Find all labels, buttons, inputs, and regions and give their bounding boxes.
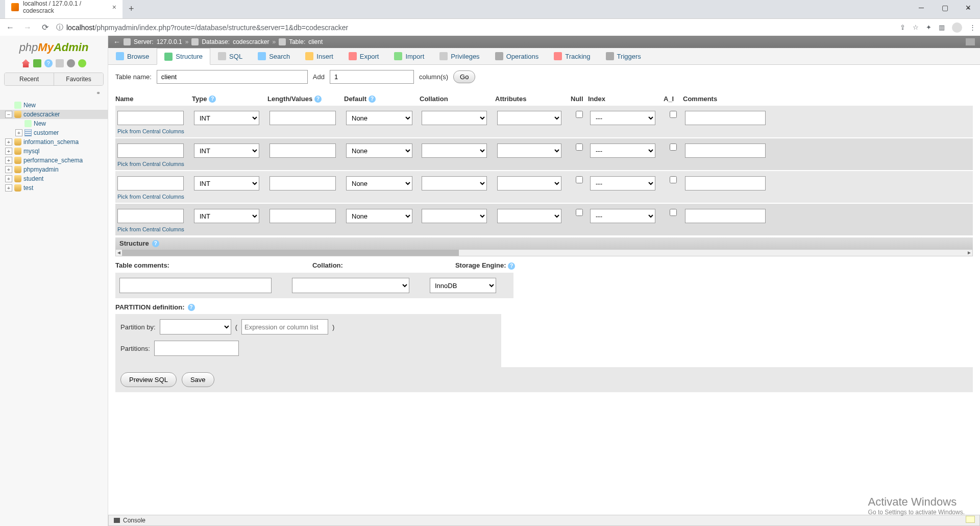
tree-new-table[interactable]: New bbox=[10, 119, 108, 128]
tree-db-mysql[interactable]: +mysql bbox=[0, 147, 108, 156]
help-icon[interactable]: ? bbox=[152, 240, 159, 247]
scroll-left-icon[interactable]: ◄ bbox=[116, 250, 122, 256]
extensions-icon[interactable]: ✦ bbox=[926, 23, 932, 31]
tree-db-information_schema[interactable]: +information_schema bbox=[0, 137, 108, 147]
column-ai-checkbox[interactable] bbox=[670, 111, 677, 118]
column-default-select[interactable]: None bbox=[346, 209, 412, 223]
go-button[interactable]: Go bbox=[453, 70, 475, 83]
column-index-select[interactable]: --- bbox=[590, 144, 655, 158]
column-default-select[interactable]: None bbox=[346, 144, 412, 158]
help-icon[interactable]: ? bbox=[209, 95, 216, 103]
partition-expression-input[interactable] bbox=[241, 319, 328, 334]
tab-import[interactable]: Import bbox=[386, 48, 432, 64]
column-attributes-select[interactable] bbox=[497, 144, 561, 158]
tab-sql[interactable]: SQL bbox=[210, 48, 250, 64]
help-icon[interactable]: ? bbox=[369, 95, 376, 103]
reload-button[interactable]: ⟳ bbox=[39, 21, 51, 34]
help-icon[interactable]: ? bbox=[508, 262, 515, 270]
expand-icon[interactable]: − bbox=[5, 111, 12, 118]
browser-tab[interactable]: localhost / 127.0.0.1 / codescrack × bbox=[5, 0, 122, 18]
column-type-select[interactable]: INT bbox=[194, 176, 259, 190]
tab-operations[interactable]: Operations bbox=[487, 48, 547, 64]
column-index-select[interactable]: --- bbox=[590, 176, 655, 190]
breadcrumb-database[interactable]: codescracker bbox=[233, 38, 269, 45]
menu-icon[interactable]: ⋮ bbox=[969, 23, 976, 31]
address-bar[interactable]: ⓘ localhost/phpmyadmin/index.php?route=/… bbox=[56, 23, 895, 32]
tab-export[interactable]: Export bbox=[341, 48, 387, 64]
column-name-input[interactable] bbox=[117, 144, 184, 158]
expand-icon[interactable]: + bbox=[5, 138, 12, 146]
expand-icon[interactable]: + bbox=[5, 166, 12, 173]
home-icon[interactable] bbox=[22, 59, 30, 67]
tab-search[interactable]: Search bbox=[250, 48, 298, 64]
back-button[interactable]: ← bbox=[4, 21, 16, 34]
window-maximize[interactable]: ▢ bbox=[933, 0, 957, 15]
storage-engine-select[interactable]: InnoDB bbox=[430, 278, 496, 293]
column-collation-select[interactable] bbox=[422, 209, 487, 223]
query-window-icon[interactable] bbox=[56, 59, 64, 67]
recent-tab[interactable]: Recent bbox=[5, 73, 54, 85]
column-ai-checkbox[interactable] bbox=[670, 209, 677, 216]
pick-central-link[interactable]: Pick from Central Columns bbox=[117, 194, 190, 200]
console-bar[interactable]: Console bbox=[108, 515, 980, 526]
column-length-input[interactable] bbox=[270, 144, 336, 158]
column-null-checkbox[interactable] bbox=[576, 111, 583, 118]
column-default-select[interactable]: None bbox=[346, 111, 412, 125]
column-collation-select[interactable] bbox=[422, 144, 487, 158]
help-icon[interactable]: ? bbox=[314, 95, 322, 103]
column-length-input[interactable] bbox=[270, 111, 336, 125]
column-null-checkbox[interactable] bbox=[576, 209, 583, 216]
table-comments-input[interactable] bbox=[119, 278, 272, 293]
column-comments-input[interactable] bbox=[685, 111, 766, 125]
partition-by-select[interactable] bbox=[160, 319, 231, 334]
horizontal-scrollbar[interactable]: ◄ ► bbox=[115, 249, 973, 256]
column-null-checkbox[interactable] bbox=[576, 176, 583, 183]
notification-icon[interactable] bbox=[966, 516, 975, 523]
column-comments-input[interactable] bbox=[685, 209, 766, 223]
settings-icon[interactable] bbox=[67, 59, 75, 67]
column-type-select[interactable]: INT bbox=[194, 144, 259, 158]
partitions-input[interactable] bbox=[154, 341, 239, 356]
column-attributes-select[interactable] bbox=[497, 176, 561, 190]
collation-select[interactable] bbox=[292, 278, 409, 293]
pick-central-link[interactable]: Pick from Central Columns bbox=[117, 161, 190, 167]
tree-db-student[interactable]: +student bbox=[0, 174, 108, 183]
tree-table-customer[interactable]: +customer bbox=[10, 128, 108, 137]
profile-icon[interactable] bbox=[952, 22, 962, 33]
docs-icon[interactable]: ? bbox=[44, 59, 53, 67]
tab-privileges[interactable]: Privileges bbox=[432, 48, 487, 64]
help-icon[interactable]: ? bbox=[188, 304, 195, 311]
breadcrumb-server[interactable]: 127.0.0.1 bbox=[157, 38, 182, 45]
tab-triggers[interactable]: Triggers bbox=[598, 48, 649, 64]
tab-tracking[interactable]: Tracking bbox=[546, 48, 598, 64]
breadcrumb-back[interactable]: ← bbox=[113, 38, 120, 46]
column-null-checkbox[interactable] bbox=[576, 144, 583, 151]
tab-insert[interactable]: Insert bbox=[298, 48, 341, 64]
column-type-select[interactable]: INT bbox=[194, 209, 259, 223]
tab-structure[interactable]: Structure bbox=[157, 48, 210, 65]
breadcrumb-table[interactable]: client bbox=[308, 38, 323, 45]
column-index-select[interactable]: --- bbox=[590, 111, 655, 125]
window-close[interactable]: ✕ bbox=[957, 0, 980, 15]
sidepanel-icon[interactable]: ▥ bbox=[939, 23, 945, 31]
pick-central-link[interactable]: Pick from Central Columns bbox=[117, 128, 190, 134]
column-attributes-select[interactable] bbox=[497, 111, 561, 125]
preview-sql-button[interactable]: Preview SQL bbox=[120, 372, 177, 387]
favorites-tab[interactable]: Favorites bbox=[54, 73, 103, 85]
tree-new[interactable]: New bbox=[0, 101, 108, 110]
new-tab-button[interactable]: + bbox=[122, 0, 140, 18]
expand-icon[interactable]: + bbox=[15, 129, 22, 136]
column-length-input[interactable] bbox=[270, 209, 336, 223]
column-ai-checkbox[interactable] bbox=[670, 144, 677, 151]
expand-icon[interactable]: + bbox=[5, 175, 12, 182]
column-name-input[interactable] bbox=[117, 176, 184, 190]
logout-icon[interactable] bbox=[33, 59, 41, 67]
expand-icon[interactable]: + bbox=[5, 148, 12, 155]
expand-icon[interactable]: + bbox=[5, 157, 12, 164]
forward-button[interactable]: → bbox=[21, 21, 34, 34]
column-default-select[interactable]: None bbox=[346, 176, 412, 190]
bookmark-icon[interactable]: ☆ bbox=[913, 23, 919, 31]
tree-db-phpmyadmin[interactable]: +phpmyadmin bbox=[0, 165, 108, 174]
scroll-thumb[interactable] bbox=[122, 250, 459, 256]
scroll-right-icon[interactable]: ► bbox=[966, 250, 972, 256]
